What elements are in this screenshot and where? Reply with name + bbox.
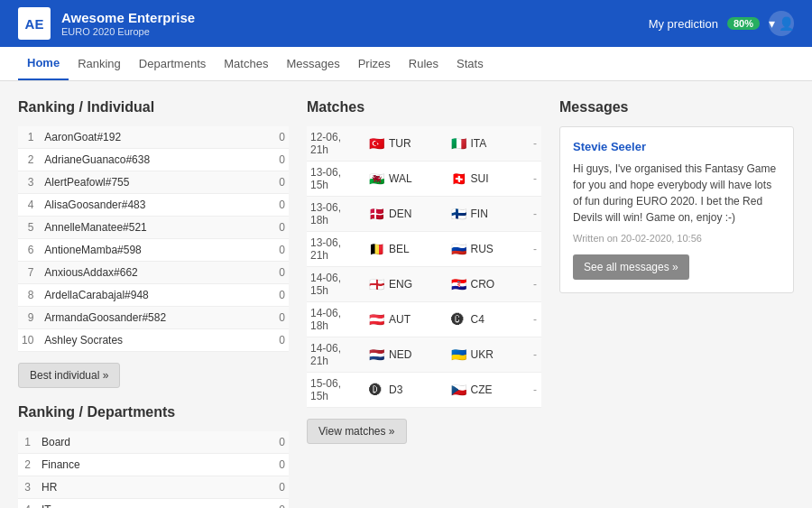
- table-row: 10 Ashley Socrates 0: [18, 329, 289, 352]
- header-left: AE Awesome Enterprise EURO 2020 Europe: [18, 7, 195, 40]
- match-team2: 🇫🇮 FIN: [448, 197, 530, 232]
- score: 0: [267, 454, 289, 476]
- player-name: AnnelleManatee#521: [41, 217, 267, 239]
- team2-name: FIN: [471, 208, 488, 220]
- match-score: -: [529, 232, 541, 267]
- match-team2: 🅒 C4: [448, 302, 530, 337]
- main-content: Ranking / Individual 1 AaronGoat#192 0 2…: [0, 81, 812, 508]
- team1-name: NED: [389, 348, 411, 361]
- ranking-individual-table: 1 AaronGoat#192 0 2 AdrianeGuanaco#638 0…: [18, 126, 289, 352]
- rank: 1: [18, 431, 38, 454]
- message-author: Stevie Seeler: [573, 140, 780, 153]
- score: 0: [267, 329, 289, 352]
- table-row: 9 ArmandaGoosander#582 0: [18, 307, 289, 329]
- match-date: 13-06, 18h: [307, 197, 365, 232]
- score: 0: [267, 476, 289, 499]
- messages-title: Messages: [559, 99, 794, 115]
- nav-messages[interactable]: Messages: [277, 48, 348, 79]
- match-score: -: [529, 197, 541, 232]
- nav-departments[interactable]: Departments: [130, 48, 215, 79]
- user-menu-button[interactable]: ▾ 👤: [769, 11, 794, 36]
- table-row: 7 AnxiousAddax#662 0: [18, 262, 289, 284]
- match-team1: 🇧🇪 BEL: [365, 232, 448, 267]
- match-team2: 🇨🇭 SUI: [448, 162, 530, 197]
- app-title: Awesome Enterprise: [61, 10, 195, 26]
- player-name: AdrianeGuanaco#638: [41, 149, 267, 171]
- app-info: Awesome Enterprise EURO 2020 Europe: [61, 10, 195, 37]
- rank: 3: [18, 476, 38, 499]
- team1-name: DEN: [389, 208, 411, 220]
- app-subtitle: EURO 2020 Europe: [61, 26, 195, 37]
- nav-home[interactable]: Home: [18, 47, 69, 80]
- table-row: 8 ArdellaCarabajal#948 0: [18, 284, 289, 307]
- score: 0: [267, 431, 289, 454]
- prediction-label: My prediction: [649, 17, 718, 31]
- ranking-departments-title: Ranking / Departments: [18, 404, 289, 420]
- messages-card: Stevie Seeler Hi guys, I've organised th…: [559, 126, 794, 293]
- list-item: 15-06, 15h 🅓 D3 🇨🇿 CZE -: [307, 373, 541, 408]
- rank: 5: [18, 217, 41, 239]
- player-name: AntioneMamba#598: [41, 239, 267, 262]
- department-name: HR: [38, 476, 267, 499]
- nav-stats[interactable]: Stats: [448, 48, 493, 79]
- nav-ranking[interactable]: Ranking: [69, 48, 130, 79]
- match-team2: 🇺🇦 UKR: [448, 337, 530, 373]
- nav-prizes[interactable]: Prizes: [349, 48, 400, 79]
- team1-name: TUR: [389, 137, 411, 150]
- team2-name: C4: [471, 313, 484, 326]
- match-team2: 🇭🇷 CRO: [448, 267, 530, 302]
- rank: 9: [18, 307, 41, 329]
- score: 0: [267, 262, 289, 284]
- view-matches-button[interactable]: View matches »: [307, 419, 407, 444]
- match-team1: 🅓 D3: [365, 373, 448, 408]
- prediction-badge: 80%: [727, 17, 760, 30]
- player-name: AnxiousAddax#662: [41, 262, 267, 284]
- player-name: ArmandaGoosander#582: [41, 307, 267, 329]
- team1-name: ENG: [389, 278, 412, 291]
- flag-icon-team1: 🏴󠁧󠁢󠁥󠁮󠁧󠁿: [369, 279, 385, 290]
- table-row: 3 AlertPeafowl#755 0: [18, 171, 289, 194]
- flag-icon-team2: 🇺🇦: [451, 349, 467, 360]
- team2-name: UKR: [471, 348, 494, 361]
- flag-icon-team2: 🇷🇺: [451, 244, 467, 254]
- best-individual-button[interactable]: Best individual »: [18, 363, 120, 388]
- column-messages: Messages Stevie Seeler Hi guys, I've org…: [559, 99, 794, 508]
- list-item: 13-06, 21h 🇧🇪 BEL 🇷🇺 RUS -: [307, 232, 541, 267]
- score: 0: [267, 284, 289, 307]
- match-team1: 🇦🇹 AUT: [365, 302, 448, 337]
- department-name: Finance: [38, 454, 267, 476]
- table-row: 4 AlisaGoosander#483 0: [18, 194, 289, 217]
- score: 0: [267, 194, 289, 217]
- team1-name: BEL: [389, 243, 410, 255]
- flag-icon-team1: 🇹🇷: [369, 138, 385, 149]
- score: 0: [267, 307, 289, 329]
- rank: 2: [18, 454, 38, 476]
- match-team1: 🇳🇱 NED: [365, 337, 448, 373]
- team1-name: D3: [389, 383, 402, 396]
- see-all-messages-button[interactable]: See all messages »: [573, 254, 689, 280]
- message-text: Hi guys, I've organised this Fantasy Gam…: [573, 161, 780, 226]
- list-item: 12-06, 21h 🇹🇷 TUR 🇮🇹 ITA -: [307, 126, 541, 162]
- nav-matches[interactable]: Matches: [215, 48, 277, 79]
- rank: 4: [18, 194, 41, 217]
- flag-icon-team1: 🅓: [369, 384, 385, 395]
- score: 0: [267, 171, 289, 194]
- list-item: 14-06, 18h 🇦🇹 AUT 🅒 C4 -: [307, 302, 541, 337]
- nav-rules[interactable]: Rules: [400, 48, 448, 79]
- message-date: Written on 20-02-2020, 10:56: [573, 233, 780, 244]
- match-date: 12-06, 21h: [307, 126, 365, 162]
- match-score: -: [529, 337, 541, 373]
- match-team2: 🇮🇹 ITA: [448, 126, 530, 162]
- match-team2: 🇷🇺 RUS: [448, 232, 530, 267]
- ranking-individual-title: Ranking / Individual: [18, 99, 289, 115]
- match-date: 15-06, 15h: [307, 373, 365, 408]
- navigation: Home Ranking Departments Matches Message…: [0, 47, 812, 81]
- list-item: 13-06, 18h 🇩🇰 DEN 🇫🇮 FIN -: [307, 197, 541, 232]
- score: 0: [267, 499, 289, 509]
- team1-name: AUT: [389, 313, 411, 326]
- column-rankings: Ranking / Individual 1 AaronGoat#192 0 2…: [18, 99, 289, 508]
- flag-icon-team2: 🇨🇭: [451, 173, 467, 184]
- match-score: -: [529, 126, 541, 162]
- rank: 3: [18, 171, 41, 194]
- team2-name: CZE: [471, 383, 493, 396]
